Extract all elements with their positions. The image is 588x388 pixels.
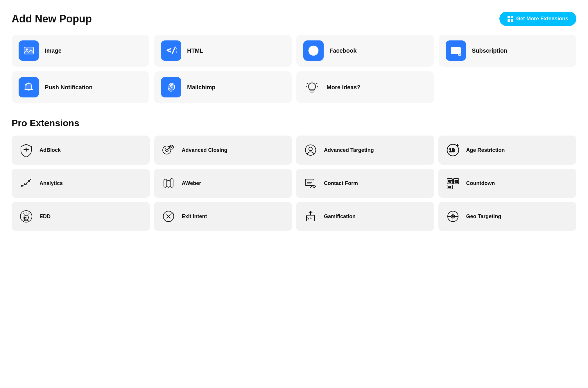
svg-line-15 [316, 83, 317, 83]
svg-point-28 [25, 183, 26, 185]
grid-icon [508, 16, 513, 22]
pro-card-label-contact-form: Contact Form [324, 180, 358, 186]
pro-card-label-gamification: Gamification [324, 213, 356, 220]
pro-card-label-advanced-closing: Advanced Closing [182, 147, 227, 153]
pro-card-label-countdown: Countdown [466, 180, 495, 186]
popup-card-label-subscription: Subscription [472, 47, 507, 54]
svg-point-22 [305, 145, 316, 155]
svg-line-42 [310, 186, 312, 188]
popup-card-more-ideas[interactable]: More Ideas? [296, 71, 434, 103]
pro-card-advanced-closing[interactable]: Advanced Closing [154, 136, 292, 165]
svg-point-6 [28, 83, 29, 84]
popup-card-push-notification[interactable]: Push Notification [12, 71, 149, 103]
pro-card-label-exit-intent: Exit Intent [182, 213, 207, 220]
popup-card-label-html: HTML [187, 47, 203, 54]
svg-rect-36 [167, 180, 170, 187]
advanced-closing-icon [160, 141, 177, 159]
html-icon: </> [161, 40, 181, 61]
pro-card-exit-intent[interactable]: Exit Intent [154, 202, 292, 231]
pro-card-contact-form[interactable]: Contact Form [296, 169, 434, 198]
svg-text:07: 07 [448, 179, 452, 183]
get-more-extensions-button[interactable]: Get More Extensions [499, 12, 576, 26]
page-title: Add New Popup [12, 13, 92, 25]
svg-text:+: + [456, 143, 458, 147]
contact-form-icon [302, 175, 319, 192]
pro-card-label-aweber: AWeber [182, 180, 201, 186]
subscription-icon [446, 40, 466, 61]
svg-text:01: 01 [448, 186, 451, 189]
pro-card-countdown[interactable]: 07 02 01 Countdown [438, 169, 577, 198]
btn-label: Get More Extensions [516, 16, 568, 22]
advanced-targeting-icon [302, 141, 319, 159]
svg-rect-38 [305, 179, 314, 186]
basic-popup-grid: Image </> HTML Facebook [12, 35, 576, 103]
age-restriction-icon: 18 + [444, 141, 462, 159]
svg-rect-35 [164, 179, 167, 187]
pro-card-adblock[interactable]: AdBlock [12, 136, 150, 165]
pro-card-label-age-restriction: Age Restriction [466, 147, 505, 153]
svg-point-10 [172, 85, 173, 86]
svg-text:18: 18 [449, 147, 455, 153]
pro-extensions-grid: AdBlock Advanced Closing Advanced Target… [12, 136, 576, 231]
mailchimp-icon [161, 77, 181, 97]
edd-icon: $ [17, 208, 35, 225]
gamification-icon [302, 208, 319, 225]
svg-point-67 [452, 216, 454, 217]
svg-rect-37 [170, 179, 173, 187]
svg-point-9 [171, 85, 172, 86]
pro-extensions-title: Pro Extensions [12, 118, 576, 129]
pro-card-age-restriction[interactable]: 18 + Age Restriction [438, 136, 577, 165]
pro-card-edd[interactable]: $ EDD [12, 202, 150, 231]
geo-targeting-icon [444, 208, 462, 225]
popup-card-mailchimp[interactable]: Mailchimp [154, 71, 292, 103]
popup-card-label-image: Image [45, 47, 62, 54]
facebook-icon [303, 40, 324, 61]
pro-card-geo-targeting[interactable]: Geo Targeting [438, 202, 577, 231]
pro-card-label-analytics: Analytics [40, 180, 63, 186]
svg-point-23 [309, 147, 312, 151]
svg-text:$: $ [24, 217, 25, 220]
exit-intent-icon [160, 208, 177, 225]
pro-card-label-edd: EDD [40, 213, 51, 220]
image-icon [19, 40, 39, 61]
popup-card-facebook[interactable]: Facebook [296, 35, 434, 67]
svg-line-14 [307, 83, 308, 83]
pro-card-label-geo-targeting: Geo Targeting [466, 213, 501, 220]
popup-card-subscription[interactable]: Subscription [439, 35, 576, 67]
adblock-icon [17, 141, 35, 159]
popup-card-html[interactable]: </> HTML [154, 35, 292, 67]
pro-card-analytics[interactable]: Analytics [12, 169, 150, 198]
svg-point-1 [26, 49, 28, 50]
popup-card-label-push: Push Notification [45, 84, 92, 91]
svg-text:</>: </> [166, 45, 177, 55]
pro-card-label-adblock: AdBlock [40, 147, 61, 153]
bell-icon [19, 77, 39, 97]
pro-card-aweber[interactable]: AWeber [154, 169, 292, 198]
svg-point-27 [21, 185, 23, 187]
pro-card-label-advanced-targeting: Advanced Targeting [324, 147, 374, 153]
analytics-icon [17, 175, 35, 192]
popup-card-label-more-ideas: More Ideas? [327, 84, 361, 91]
pro-card-gamification[interactable]: Gamification [296, 202, 434, 231]
popup-card-label-mailchimp: Mailchimp [187, 84, 216, 91]
aweber-icon [160, 175, 177, 192]
lightbulb-icon [303, 79, 321, 96]
popup-card-label-facebook: Facebook [329, 47, 356, 54]
svg-rect-0 [24, 47, 33, 54]
svg-text:02: 02 [455, 179, 458, 183]
svg-line-30 [23, 184, 25, 186]
page-header: Add New Popup Get More Extensions [12, 12, 576, 26]
popup-card-image[interactable]: Image [12, 35, 149, 67]
countdown-icon: 07 02 01 [444, 175, 462, 192]
svg-line-31 [26, 181, 28, 183]
pro-card-advanced-targeting[interactable]: Advanced Targeting [296, 136, 434, 165]
